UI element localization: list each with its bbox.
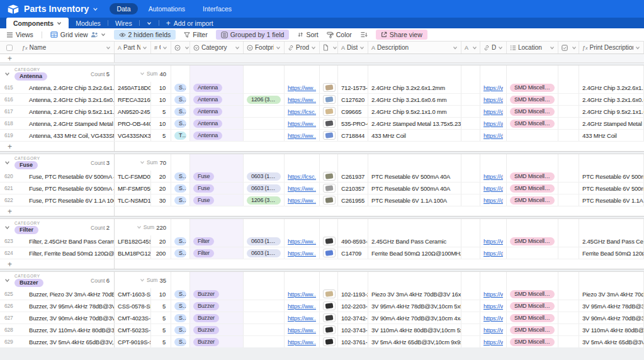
sort-button[interactable]: Sort — [297, 31, 318, 38]
part-image-thumbnail[interactable] — [323, 131, 336, 140]
quantity-cell[interactable]: 20 — [151, 171, 171, 182]
distributor-number-cell[interactable]: C261955 — [338, 194, 368, 206]
quantity-cell[interactable]: 5 — [151, 336, 171, 347]
column-header-name[interactable]: ƒxName — [19, 42, 115, 53]
quantity-cell[interactable]: 30 — [151, 194, 171, 206]
print-checkbox-cell[interactable] — [558, 324, 579, 335]
add-or-import-button[interactable]: + Add or import — [159, 18, 220, 28]
image-cell[interactable] — [320, 235, 338, 247]
row-number[interactable]: 628 — [0, 324, 19, 335]
image-cell[interactable] — [320, 82, 338, 93]
type-cell[interactable]: SMD — [171, 235, 190, 247]
print-checkbox-cell[interactable] — [558, 312, 579, 323]
product-cell[interactable]: https://lcsc... — [285, 171, 320, 182]
part-number-cell[interactable]: TLC-NSMD100 — [115, 194, 151, 206]
column-header-image[interactable]: I... — [320, 42, 338, 53]
part-number-cell[interactable]: CMT-5023S-S... — [115, 324, 151, 335]
footprint-cell[interactable]: 0603 (1608) — [244, 235, 285, 247]
column-header-print[interactable]: P... — [558, 42, 579, 53]
type-cell[interactable]: SMD — [171, 247, 190, 259]
base-title-chevron-icon[interactable] — [93, 6, 98, 12]
part-image-thumbnail[interactable] — [323, 172, 336, 181]
category-cell[interactable]: Antenna — [190, 94, 244, 105]
distributor-number-cell[interactable]: C718844 — [338, 130, 368, 141]
footprint-cell[interactable] — [244, 312, 285, 323]
quantity-cell[interactable]: 20 — [151, 183, 171, 194]
distributor-number-cell[interactable]: 102-2203-1-... — [338, 300, 368, 312]
datasheet-link[interactable]: https://w... — [483, 291, 503, 298]
row-number[interactable]: 625 — [0, 288, 19, 300]
datasheet-cell[interactable]: https://w... — [480, 288, 507, 300]
datasheet-link[interactable]: https://da... — [483, 96, 503, 103]
collapse-group-icon[interactable] — [4, 278, 10, 283]
column-header-type[interactable]: T... — [171, 42, 190, 53]
distributor-number-cell[interactable]: C14709 — [338, 247, 368, 259]
datasheet-link[interactable]: https://w... — [483, 315, 503, 322]
value-cell[interactable] — [461, 171, 480, 182]
distributor-number-cell[interactable]: C210357 — [338, 183, 368, 194]
location-cell[interactable]: SMD Miscellaneous — [507, 235, 558, 247]
category-cell[interactable]: Filter — [190, 235, 244, 247]
part-number-cell[interactable]: LFB182G45SG9... — [115, 235, 151, 247]
tab-wires[interactable]: Wires — [108, 18, 139, 28]
location-cell[interactable]: SMD Miscellaneous — [507, 94, 558, 105]
group-quantity-summary[interactable]: Sum70 — [115, 154, 171, 171]
print-description-cell[interactable]: 2.45GHz Band Pass Ceramic — [579, 235, 644, 247]
share-view-button[interactable]: Share view — [376, 30, 427, 40]
row-number[interactable]: 618 — [0, 118, 19, 129]
name-cell[interactable]: Antenna, 2.4GHz Chip 3.2x1.6x0.6 mm, RF.… — [19, 94, 115, 105]
description-cell[interactable]: 433 MHz Coil — [368, 130, 461, 141]
image-cell[interactable] — [320, 194, 338, 206]
product-link[interactable]: https://ww... — [288, 120, 316, 127]
print-checkbox-cell[interactable] — [558, 336, 579, 347]
location-cell[interactable]: SMD Miscellaneous — [507, 118, 558, 129]
distributor-number-cell[interactable]: 712-1573-2-... — [338, 82, 368, 93]
value-cell[interactable] — [461, 312, 480, 323]
print-description-cell[interactable]: 3V 90mA 4kHz 70dB@3V,1... — [579, 312, 644, 323]
add-record-button[interactable]: + — [0, 259, 115, 269]
part-image-thumbnail[interactable] — [323, 301, 336, 310]
column-header-quantity[interactable]: #Q... — [151, 42, 171, 53]
chevron-down-icon[interactable] — [162, 45, 167, 50]
part-image-thumbnail[interactable] — [323, 337, 336, 346]
quantity-cell[interactable]: 10 — [151, 82, 171, 93]
part-number-cell[interactable]: RFECA3216060... — [115, 94, 151, 105]
footprint-cell[interactable] — [244, 300, 285, 312]
chevron-down-icon[interactable] — [635, 45, 640, 50]
datasheet-cell[interactable]: https://ab... — [480, 118, 507, 129]
column-header-description[interactable]: ADescription — [368, 42, 461, 53]
part-image-thumbnail[interactable] — [323, 290, 336, 298]
description-cell[interactable]: PTC Resetable 6V 500mA 40A — [368, 171, 461, 182]
location-cell[interactable] — [507, 130, 558, 141]
description-cell[interactable]: 3V 95mA 4kHz 78dB@3V,10cm 5x5x3.5mm — [368, 300, 461, 312]
datasheet-cell[interactable]: https://da... — [480, 247, 507, 259]
description-cell[interactable]: 2.4GHz Chip 3.2x2.6x1.2mm — [368, 82, 461, 93]
datasheet-link[interactable]: https://da... — [483, 173, 503, 180]
product-cell[interactable]: https://lcsc... — [285, 106, 320, 117]
location-cell[interactable]: SMD Miscellaneous — [507, 106, 558, 117]
part-image-thumbnail[interactable] — [323, 184, 336, 193]
datasheet-cell[interactable]: https://da... — [480, 183, 507, 194]
print-description-cell[interactable]: 433 MHz Coil — [579, 130, 644, 141]
datasheet-link[interactable]: https://w... — [483, 84, 503, 91]
datasheet-cell[interactable]: https://da... — [480, 130, 507, 141]
datasheet-cell[interactable]: https://w... — [480, 312, 507, 323]
chevron-down-icon[interactable] — [453, 45, 458, 50]
datasheet-cell[interactable]: https://w... — [480, 82, 507, 93]
row-height-button[interactable] — [360, 31, 368, 38]
description-cell[interactable]: 2.4GHz Chip 3.2x1.6x0.6 mm — [368, 94, 461, 105]
description-cell[interactable]: Ferrite Bead 50mΩ 120Ω@100MHz 2A — [368, 247, 461, 259]
row-number[interactable]: 624 — [0, 247, 19, 259]
row-number[interactable]: 627 — [0, 312, 19, 323]
category-cell[interactable]: Buzzer — [190, 324, 244, 335]
location-cell[interactable] — [507, 247, 558, 259]
print-description-cell[interactable]: 2.4GHz Chip 3.2x1.6x0.6 mm — [579, 94, 644, 105]
nav-interfaces[interactable]: Interfaces — [196, 3, 239, 14]
chevron-down-icon[interactable] — [106, 45, 111, 50]
nav-data[interactable]: Data — [110, 3, 137, 14]
group-quantity-summary[interactable]: Sum40 — [115, 65, 171, 82]
name-cell[interactable]: Buzzer, 3V 5mA 4kHz 65dB@3V,10cm 9x9... — [19, 336, 115, 347]
datasheet-cell[interactable]: https://w... — [480, 300, 507, 312]
category-cell[interactable]: Buzzer — [190, 336, 244, 347]
hidden-fields-button[interactable]: 2 hidden fields — [114, 30, 176, 40]
